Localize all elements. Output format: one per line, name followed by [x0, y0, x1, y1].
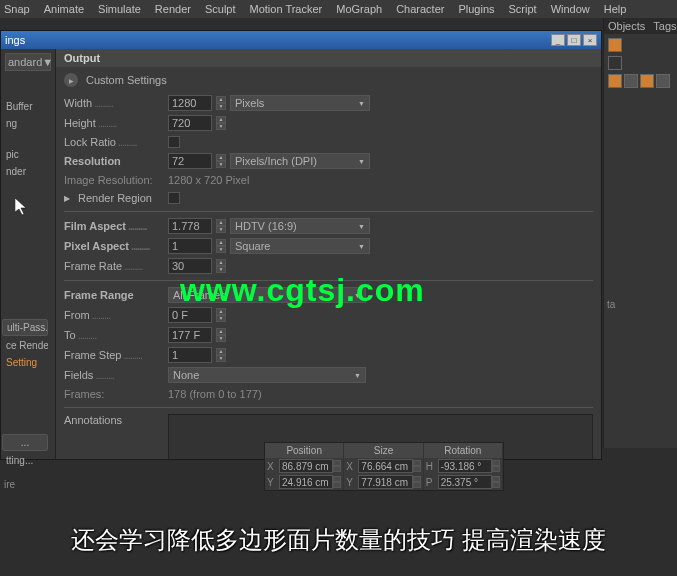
render-region-arrow-icon[interactable]: ▶ — [64, 194, 74, 203]
film-aspect-label: Film Aspect — [64, 220, 164, 232]
frame-range-dropdown[interactable]: All Frames ▼ — [168, 287, 366, 303]
width-unit-dropdown[interactable]: Pixels ▼ — [230, 95, 370, 111]
pos-x-input[interactable] — [279, 459, 333, 473]
menu-motion-tracker[interactable]: Motion Tracker — [250, 3, 323, 15]
chevron-down-icon: ▼ — [358, 100, 365, 107]
coordinates-panel: Position Size Rotation X X H Y Y P — [264, 442, 504, 491]
spinner[interactable] — [413, 460, 421, 472]
multipass-button[interactable]: ulti-Pass... — [2, 319, 48, 336]
y-label: Y — [267, 477, 279, 488]
menu-animate[interactable]: Animate — [44, 3, 84, 15]
rot-p-input[interactable] — [438, 475, 492, 489]
sidebar-item[interactable]: tting... — [2, 453, 48, 468]
dialog-title-text: ings — [5, 34, 25, 46]
to-spinner[interactable]: ▲▼ — [216, 328, 226, 342]
chevron-down-icon: ▼ — [354, 292, 361, 299]
menu-character[interactable]: Character — [396, 3, 444, 15]
height-input[interactable] — [168, 115, 212, 131]
sidebar-item[interactable]: ce Render Da — [2, 338, 48, 353]
subtitle-text: 还会学习降低多边形面片数量的技巧 提高渲染速度 — [0, 524, 677, 556]
film-aspect-preset-label: HDTV (16:9) — [235, 220, 297, 232]
preset-play-icon[interactable]: ▶ — [64, 73, 78, 87]
menu-script[interactable]: Script — [509, 3, 537, 15]
image-resolution-label: Image Resolution: — [64, 174, 164, 186]
film-aspect-input[interactable] — [168, 218, 212, 234]
frame-range-value: All Frames — [173, 289, 226, 301]
tag-icon-1[interactable] — [624, 74, 638, 88]
width-spinner[interactable]: ▲▼ — [216, 96, 226, 110]
menu-render[interactable]: Render — [155, 3, 191, 15]
pixel-aspect-spinner[interactable]: ▲▼ — [216, 239, 226, 253]
render-region-label: Render Region — [78, 192, 164, 204]
maximize-button[interactable]: □ — [567, 34, 581, 46]
frame-rate-input[interactable] — [168, 258, 212, 274]
spinner[interactable] — [333, 476, 341, 488]
minimize-button[interactable]: _ — [551, 34, 565, 46]
divider — [64, 407, 593, 408]
menu-help[interactable]: Help — [604, 3, 627, 15]
objects-panel: Objects Tags Bo — [603, 18, 677, 448]
sidebar-items-overlay: Buffer ng pic nder — [0, 95, 50, 185]
pixel-aspect-input[interactable] — [168, 238, 212, 254]
sidebar-item[interactable]: ng — [2, 116, 48, 131]
film-aspect-spinner[interactable]: ▲▼ — [216, 219, 226, 233]
image-resolution-value: 1280 x 720 Pixel — [168, 174, 249, 186]
width-input[interactable] — [168, 95, 212, 111]
lock-ratio-checkbox[interactable] — [168, 136, 180, 148]
film-aspect-preset-dropdown[interactable]: HDTV (16:9) ▼ — [230, 218, 370, 234]
tab-objects[interactable]: Objects — [604, 18, 649, 34]
spinner[interactable] — [492, 460, 500, 472]
rot-h-input[interactable] — [438, 459, 492, 473]
preset-dropdown[interactable]: andard ▼ — [5, 53, 51, 71]
spinner[interactable] — [333, 460, 341, 472]
sidebar-bottom: ... tting... — [0, 430, 50, 474]
frame-step-label: Frame Step — [64, 349, 164, 361]
frame-step-spinner[interactable]: ▲▼ — [216, 348, 226, 362]
menu-simulate[interactable]: Simulate — [98, 3, 141, 15]
from-input[interactable] — [168, 307, 212, 323]
menu-window[interactable]: Window — [551, 3, 590, 15]
to-input[interactable] — [168, 327, 212, 343]
sidebar-item[interactable]: pic — [2, 147, 48, 162]
from-spinner[interactable]: ▲▼ — [216, 308, 226, 322]
menu-plugins[interactable]: Plugins — [458, 3, 494, 15]
layer-icon[interactable] — [608, 38, 622, 52]
pixel-aspect-label: Pixel Aspect — [64, 240, 164, 252]
resolution-spinner[interactable]: ▲▼ — [216, 154, 226, 168]
sidebar-item[interactable]: Buffer — [2, 99, 48, 114]
render-region-checkbox[interactable] — [168, 192, 180, 204]
pixel-aspect-preset-dropdown[interactable]: Square ▼ — [230, 238, 370, 254]
width-unit-label: Pixels — [235, 97, 264, 109]
dialog-titlebar[interactable]: ings _ □ × — [1, 31, 601, 49]
tab-tags[interactable]: Tags — [649, 18, 677, 34]
size-y-input[interactable] — [358, 475, 412, 489]
tag-icon-3[interactable] — [656, 74, 670, 88]
object-icon[interactable] — [608, 74, 622, 88]
spinner[interactable] — [492, 476, 500, 488]
resolution-input[interactable] — [168, 153, 212, 169]
position-header: Position — [265, 443, 344, 458]
frame-step-input[interactable] — [168, 347, 212, 363]
menu-sculpt[interactable]: Sculpt — [205, 3, 236, 15]
y-label: Y — [346, 477, 358, 488]
fields-dropdown[interactable]: None ▼ — [168, 367, 366, 383]
menu-snap[interactable]: Snap — [4, 3, 30, 15]
resolution-unit-dropdown[interactable]: Pixels/Inch (DPI) ▼ — [230, 153, 370, 169]
spinner[interactable] — [413, 476, 421, 488]
sidebar-item-setting[interactable]: Setting — [2, 355, 48, 370]
h-label: H — [426, 461, 438, 472]
custom-settings-label: Custom Settings — [86, 74, 167, 86]
close-button[interactable]: × — [583, 34, 597, 46]
chevron-down-icon: ▼ — [354, 372, 361, 379]
size-x-input[interactable] — [358, 459, 412, 473]
visibility-icon[interactable] — [608, 56, 622, 70]
render-settings-dialog: ings _ □ × andard ▼ Output ▶ Custom Sett… — [0, 30, 602, 460]
pos-y-input[interactable] — [279, 475, 333, 489]
chevron-down-icon: ▼ — [358, 223, 365, 230]
sidebar-item[interactable]: nder — [2, 164, 48, 179]
sidebar-more-button[interactable]: ... — [2, 434, 48, 451]
frame-rate-spinner[interactable]: ▲▼ — [216, 259, 226, 273]
tag-icon-2[interactable] — [640, 74, 654, 88]
height-spinner[interactable]: ▲▼ — [216, 116, 226, 130]
menu-mograph[interactable]: MoGraph — [336, 3, 382, 15]
